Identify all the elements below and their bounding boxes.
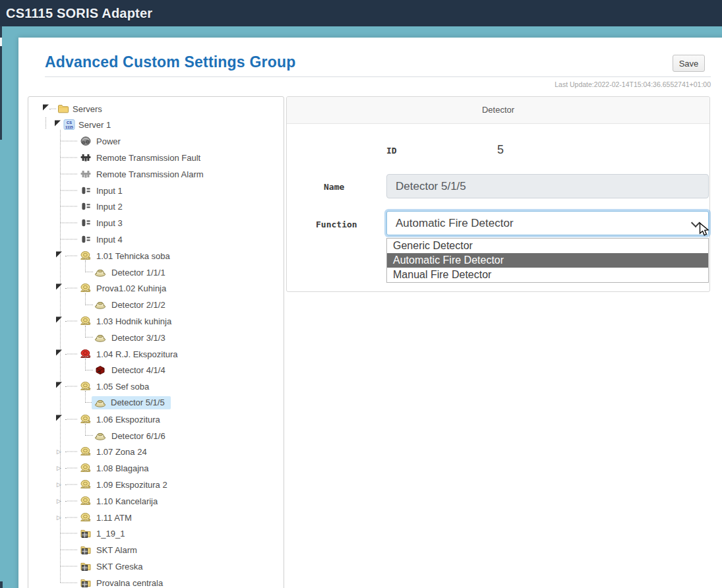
function-select[interactable]: Automatic Fire Detector <box>386 211 709 235</box>
tree-item-label: 1.10 Kancelarija <box>96 496 158 506</box>
device-tree: ServersCS1115Server 1PowerRemote Transmi… <box>28 100 284 588</box>
detector-icon <box>94 332 106 343</box>
expand-collapse-icon[interactable]: ▷ <box>57 498 61 504</box>
zone-icon <box>80 381 92 392</box>
tree-item-server-1[interactable]: CS1115Server 1 <box>28 117 284 133</box>
input-icon <box>80 218 92 228</box>
expand-collapse-icon[interactable] <box>43 104 49 110</box>
tree-item-1-07-zona-24[interactable]: ▷1.07 Zona 24 <box>28 444 284 460</box>
panel-icon <box>80 528 92 539</box>
tree-connector <box>61 533 77 534</box>
function-option-generic-detector[interactable]: Generic Detector <box>387 239 708 253</box>
expand-collapse-icon[interactable] <box>56 284 62 290</box>
last-update-timestamp: Last Update:2022-02-14T15:04:36.6552741+… <box>45 80 711 88</box>
zone-icon <box>80 283 92 293</box>
tree-item-label: 1.04 R.J. Ekspozitura <box>96 349 178 359</box>
expand-collapse-icon[interactable]: ▷ <box>57 481 61 487</box>
tree-item-power[interactable]: Power <box>28 133 284 150</box>
tree-connector <box>85 359 93 370</box>
tree-connector <box>65 500 77 501</box>
tree-item-label: Detector 2/1/2 <box>111 300 165 310</box>
save-button[interactable]: Save <box>673 55 705 72</box>
expand-collapse-icon[interactable]: ▷ <box>57 514 61 520</box>
tree-item-detector-1-1-1[interactable]: Detector 1/1/1 <box>28 264 284 280</box>
tree-item-prova1-02-kuhinja[interactable]: Prova1.02 Kuhinja <box>28 280 284 297</box>
tree-item-1-01-tehnicka-soba[interactable]: 1.01 Tehnicka soba <box>28 247 284 264</box>
tree-item-label: Remote Transmission Alarm <box>96 169 204 179</box>
tree-item-label: 1.03 Hodnik kuhinja <box>96 316 171 326</box>
tree-item-detector-5-1-5[interactable]: Detector 5/1/5 <box>28 394 284 411</box>
expand-collapse-icon[interactable] <box>55 121 61 127</box>
tree-item-1-11-atm[interactable]: ▷1.11 ATM <box>28 509 284 525</box>
tree-item-provalna-centrala[interactable]: Provalna centrala <box>28 574 284 588</box>
name-input[interactable]: Detector 5/1/5 <box>386 174 709 198</box>
tree-item-detector-6-1-6[interactable]: Detector 6/1/6 <box>28 427 284 444</box>
tree-item-1-05-sef-soba[interactable]: 1.05 Sef soba <box>28 378 284 395</box>
name-input-value: Detector 5/1/5 <box>396 180 466 193</box>
folder-icon <box>57 103 69 114</box>
expand-collapse-icon[interactable] <box>56 251 62 257</box>
tree-connector <box>65 320 77 321</box>
tree-item-1-03-hodnik-kuhinja[interactable]: 1.03 Hodnik kuhinja <box>28 312 284 329</box>
tree-item-detector-2-1-2[interactable]: Detector 2/1/2 <box>28 297 284 313</box>
tree-item-skt-greska[interactable]: SKT Greska <box>28 558 284 574</box>
tree-item-label: Detector 1/1/1 <box>111 267 165 277</box>
tree-item-1-19-1[interactable]: 1_19_1 <box>28 525 284 542</box>
tree-item-input-2[interactable]: Input 2 <box>28 198 284 215</box>
tree-item-label: Servers <box>73 103 102 113</box>
tree-connector <box>61 550 77 550</box>
input-icon <box>80 185 92 196</box>
tree-item-input-1[interactable]: Input 1 <box>28 182 284 198</box>
detector-icon <box>94 430 106 441</box>
tree-item-1-09-ekspozitura-2[interactable]: ▷1.09 Ekspozitura 2 <box>28 476 284 492</box>
expand-collapse-icon[interactable] <box>56 382 62 388</box>
app-title: CS1115 SORIS Adapter <box>0 6 152 21</box>
panel-icon <box>80 561 92 572</box>
tree-item-detector-4-1-4[interactable]: Detector 4/1/4 <box>28 362 284 378</box>
zone-red-icon <box>80 349 92 359</box>
tree-item-detector-3-1-3[interactable]: Detector 3/1/3 <box>28 329 284 345</box>
tree-item-servers[interactable]: Servers <box>28 100 284 117</box>
tree-item-1-08-blagajna[interactable]: ▷1.08 Blagajna <box>28 460 284 477</box>
expand-collapse-icon[interactable] <box>56 415 62 421</box>
tree-selection-highlight: Detector 5/1/5 <box>92 396 171 409</box>
tree-item-1-10-kancelarija[interactable]: ▷1.10 Kancelarija <box>28 492 284 509</box>
tree-connector <box>61 206 77 207</box>
expand-collapse-icon[interactable]: ▷ <box>57 465 61 471</box>
tree-item-input-4[interactable]: Input 4 <box>28 231 284 247</box>
tree-item-1-06-ekspozitura[interactable]: 1.06 Ekspozitura <box>28 411 284 427</box>
detector-red-icon <box>94 365 106 375</box>
tree-item-label: 1.01 Tehnicka soba <box>96 250 170 260</box>
svg-text:1115: 1115 <box>65 125 73 129</box>
tree-item-input-3[interactable]: Input 3 <box>28 215 284 231</box>
tree-item-label: Prova1.02 Kuhinja <box>96 283 166 293</box>
expand-collapse-icon[interactable]: ▷ <box>57 449 61 455</box>
tree-item-1-04-r-j-ekspozitura[interactable]: 1.04 R.J. Ekspozitura <box>28 345 284 362</box>
rt-alarm-icon <box>80 169 92 179</box>
tree-item-label: 1.08 Blagajna <box>96 463 149 473</box>
tree-connector <box>61 223 77 223</box>
tree-connector <box>85 424 93 436</box>
tree-connector <box>65 255 77 256</box>
function-label: Function <box>316 220 357 229</box>
tree-item-label: Power <box>96 136 121 146</box>
tree-item-remote-transmission-alarm[interactable]: Remote Transmission Alarm <box>28 165 284 182</box>
svg-text:CS: CS <box>67 121 72 125</box>
function-option-automatic-fire-detector[interactable]: Automatic Fire Detector <box>387 253 708 268</box>
name-label: Name <box>324 182 344 192</box>
power-icon <box>80 136 92 146</box>
tree-item-label: Provalna centrala <box>96 577 163 587</box>
zone-icon <box>80 463 92 473</box>
tree-connector <box>65 517 77 517</box>
tree-item-remote-transmission-fault[interactable]: Remote Transmission Fault <box>28 149 284 165</box>
expand-collapse-icon[interactable] <box>56 349 62 355</box>
zone-icon <box>80 479 92 490</box>
tree-item-skt-alarm[interactable]: SKT Alarm <box>28 542 284 558</box>
tree-item-label: SKT Alarm <box>96 545 137 555</box>
zone-icon <box>80 446 92 457</box>
zone-icon <box>80 512 92 523</box>
expand-collapse-icon[interactable] <box>56 316 62 322</box>
tree-item-label: 1.07 Zona 24 <box>96 447 147 457</box>
detail-panel-title: Detector <box>287 97 709 124</box>
function-option-manual-fire-detector[interactable]: Manual Fire Detector <box>387 268 708 282</box>
